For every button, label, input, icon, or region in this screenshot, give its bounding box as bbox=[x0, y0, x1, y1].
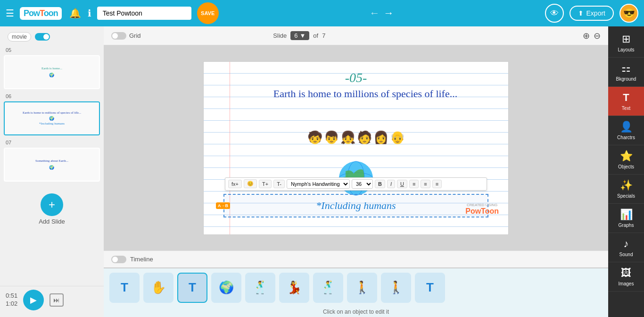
text-increase-button[interactable]: T+ bbox=[259, 180, 272, 188]
timeline-toggle-switch[interactable] bbox=[111, 256, 126, 263]
char-5: 👩 bbox=[373, 130, 388, 145]
slide-thumb-06: Earth is home to millions of species of … bbox=[5, 102, 99, 134]
export-button[interactable]: ⬆ Export bbox=[570, 6, 614, 21]
sidebar-item-text[interactable]: T Text bbox=[608, 87, 644, 116]
avatar[interactable]: 😎 bbox=[619, 4, 638, 23]
obj-item-char4[interactable]: 🚶 bbox=[347, 273, 377, 303]
characters-group: 🧒 👦 👧 🧑 👩 👴 bbox=[307, 130, 405, 145]
export-icon: ⬆ bbox=[578, 9, 584, 17]
slide-nav: Slide 6 ▼ of 7 bbox=[273, 31, 325, 40]
layouts-label: Layouts bbox=[618, 47, 634, 52]
play-button[interactable]: ▶ bbox=[23, 290, 44, 310]
slide-group-07: 07 ▶ Something about Earth... 🌍 bbox=[0, 138, 104, 184]
preview-button[interactable]: 👁 bbox=[545, 4, 564, 23]
obj-item-char5[interactable]: 🚶 bbox=[381, 273, 411, 303]
obj-item-char1[interactable]: 🕺 bbox=[245, 273, 275, 303]
align-center-button[interactable]: ≡ bbox=[421, 180, 430, 188]
obj-item-char3[interactable]: 🕺 bbox=[313, 273, 343, 303]
selected-text: *Including humans bbox=[316, 200, 396, 212]
objects-section: T ✋ T 🌍 🕺 💃 🕺 bbox=[104, 267, 608, 317]
eye-icon: 👁 bbox=[550, 8, 559, 18]
emoji-button[interactable]: 😊 bbox=[244, 179, 257, 188]
redo-button[interactable]: → bbox=[384, 7, 394, 19]
slide-thumb-05: Earth is home... 🌍 bbox=[5, 56, 99, 88]
timeline-toggle: Timeline bbox=[111, 256, 153, 263]
project-title-input[interactable] bbox=[97, 7, 191, 20]
char-1: 🧒 bbox=[307, 130, 322, 145]
grid-toggle: Grid bbox=[111, 32, 141, 40]
timeline-bar: Timeline bbox=[104, 250, 608, 267]
obj-item-char2[interactable]: 💃 bbox=[279, 273, 309, 303]
sidebar-item-images[interactable]: 🖼 Images bbox=[608, 262, 644, 292]
sound-icon: ♪ bbox=[624, 238, 629, 250]
font-size-selector[interactable]: 36 bbox=[352, 179, 373, 189]
slide-item-05[interactable]: ▶ Earth is home... 🌍 bbox=[4, 55, 100, 89]
slide-item-07[interactable]: ▶ Something about Earth... 🌍 bbox=[4, 148, 100, 182]
slide-thumb-content-06: Earth is home to millions of species of … bbox=[21, 109, 83, 128]
save-button[interactable]: SAVE bbox=[197, 2, 219, 24]
playback-area: 0:51 1:02 ▶ ⏭ bbox=[0, 286, 104, 313]
background-icon: ⚏ bbox=[621, 62, 631, 75]
images-label: Images bbox=[619, 281, 634, 286]
obj-item-globe[interactable]: 🌍 bbox=[211, 273, 241, 303]
add-slide-button[interactable]: + Add Slide bbox=[4, 188, 100, 231]
bottom-hint: Click on an object to edit it bbox=[104, 307, 608, 317]
movie-toggle-switch[interactable] bbox=[35, 33, 50, 41]
align-left-button[interactable]: ≡ bbox=[409, 180, 419, 188]
sidebar-item-graphs[interactable]: 📊 Graphs bbox=[608, 204, 644, 233]
slide-group-05: 05 ▶ Earth is home... 🌍 bbox=[0, 45, 104, 92]
sidebar-item-background[interactable]: ⚏ Bkground bbox=[608, 58, 644, 87]
notifications-icon[interactable]: 🔔 bbox=[69, 8, 81, 19]
slide-thumb-content-05: Earth is home... 🌍 bbox=[40, 65, 64, 80]
watermark-top: CREATED USING bbox=[467, 203, 497, 207]
playback-bar: 0:51 1:02 ▶ ⏭ bbox=[0, 286, 104, 313]
grid-toggle-switch[interactable] bbox=[111, 32, 126, 40]
char-4: 🧑 bbox=[357, 130, 372, 145]
add-slide-circle: + bbox=[41, 193, 63, 216]
time-display: 0:51 1:02 bbox=[6, 292, 17, 308]
menu-icon[interactable]: ☰ bbox=[6, 8, 14, 19]
info-icon[interactable]: ℹ bbox=[88, 8, 91, 19]
zoom-out-button[interactable]: ⊖ bbox=[594, 31, 601, 41]
watermark-logo: PowToon bbox=[465, 207, 499, 216]
sidebar-item-sound[interactable]: ♪ Sound bbox=[608, 233, 644, 262]
slide-thumb-07: Something about Earth... 🌍 bbox=[5, 149, 99, 181]
text-box-selected[interactable]: A→B *Including humans bbox=[223, 194, 488, 217]
char-3: 👧 bbox=[340, 130, 355, 145]
specials-icon: ✨ bbox=[620, 179, 633, 192]
app-header: ☰ PowToon 🔔 ℹ SAVE ← → 👁 ⬆ Export 😎 bbox=[0, 0, 644, 26]
main-area: movie 05 ▶ Earth is home... 🌍 06 ▶ bbox=[0, 26, 644, 317]
slide-nav-label: Slide bbox=[273, 32, 287, 39]
text-decrease-button[interactable]: T- bbox=[273, 180, 285, 188]
undo-button[interactable]: ← bbox=[370, 7, 380, 19]
slide-canvas[interactable]: -05- Earth is home to millions of specie… bbox=[203, 61, 509, 235]
zoom-controls: ⊕ ⊖ bbox=[583, 31, 601, 41]
watermark: CREATED USING PowToon bbox=[465, 203, 499, 216]
movie-toggle: movie bbox=[0, 30, 104, 45]
obj-item-text3[interactable]: T bbox=[415, 273, 445, 303]
slide-item-06[interactable]: ▶ Earth is home to millions of species o… bbox=[4, 101, 100, 135]
right-sidebar: ⊞ Layouts ⚏ Bkground T Text 👤 Charctrs ⭐… bbox=[608, 26, 644, 317]
sidebar-item-layouts[interactable]: ⊞ Layouts bbox=[608, 28, 644, 58]
obj-item-hand[interactable]: ✋ bbox=[143, 273, 173, 303]
slide-number-07: 07 bbox=[4, 139, 100, 146]
align-right-button[interactable]: ≡ bbox=[432, 180, 442, 188]
skip-end-button[interactable]: ⏭ bbox=[50, 293, 64, 307]
bold-button[interactable]: B bbox=[375, 180, 385, 188]
of-label: of bbox=[313, 32, 318, 39]
sidebar-item-characters[interactable]: 👤 Charctrs bbox=[608, 116, 644, 145]
obj-item-text1[interactable]: T bbox=[109, 273, 140, 303]
char-6: 👴 bbox=[390, 130, 405, 145]
sidebar-item-objects[interactable]: ⭐ Objects bbox=[608, 145, 644, 175]
zoom-in-button[interactable]: ⊕ bbox=[583, 31, 590, 41]
fx-button[interactable]: fx+ bbox=[228, 180, 242, 188]
sidebar-item-specials[interactable]: ✨ Specials bbox=[608, 175, 644, 204]
font-selector[interactable]: Nymph's Handwriting bbox=[287, 179, 350, 189]
slide-number-text: -05- bbox=[345, 70, 367, 85]
underline-button[interactable]: U bbox=[397, 180, 407, 188]
italic-button[interactable]: I bbox=[387, 180, 395, 188]
slide-num-badge[interactable]: 6 ▼ bbox=[290, 31, 309, 40]
text-icon: T bbox=[623, 92, 629, 104]
obj-item-text2[interactable]: T bbox=[177, 273, 207, 303]
app-logo[interactable]: PowToon bbox=[20, 7, 62, 20]
